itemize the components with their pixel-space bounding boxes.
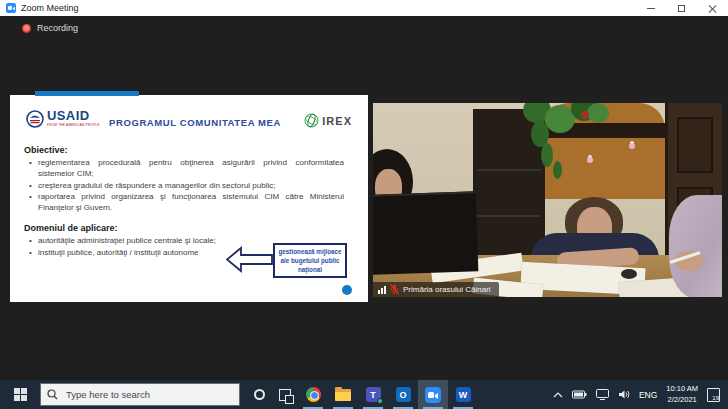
- file-explorer-icon: [335, 389, 351, 401]
- objectives-item: creşterea gradului de răspundere a manag…: [38, 181, 344, 192]
- mic-muted-icon: [390, 284, 399, 295]
- system-tray: ENG 10:10 AM 2/2/2021 19: [553, 380, 728, 409]
- language-indicator[interactable]: ENG: [639, 390, 657, 400]
- search-input[interactable]: [64, 388, 224, 401]
- shared-screen-top-strip: [35, 91, 139, 96]
- recording-dot-icon: [22, 24, 31, 33]
- display-icon[interactable]: [596, 389, 609, 400]
- zoom-taskbar-icon: [425, 387, 441, 403]
- taskbar-item-teams[interactable]: T: [358, 380, 388, 409]
- callout-left-arrow-icon: [226, 246, 273, 273]
- participant-name: Primăria orasului Căinari: [403, 285, 491, 294]
- clock[interactable]: 10:10 AM 2/2/2021: [666, 384, 698, 404]
- signal-strength-icon: [378, 286, 386, 294]
- taskbar-item-file-explorer[interactable]: [328, 380, 358, 409]
- zoom-app-icon: [6, 3, 16, 13]
- participant-right-sweater: [669, 195, 722, 297]
- usaid-wordmark: USAID FROM THE AMERICAN PEOPLE: [47, 109, 100, 127]
- teams-status-dot: [377, 398, 383, 404]
- close-button[interactable]: [697, 0, 728, 16]
- task-view-icon: [279, 389, 291, 401]
- irex-logo: IREX: [304, 113, 352, 128]
- minimize-icon: [647, 8, 655, 9]
- outlook-letter: O: [399, 390, 406, 400]
- speaker-icon[interactable]: [618, 389, 630, 400]
- usaid-seal-icon: [26, 110, 44, 128]
- slide-header: USAID FROM THE AMERICAN PEOPLE PROGRAMUL…: [10, 105, 368, 141]
- scope-heading: Domeniul de aplicare:: [24, 223, 344, 233]
- scene-plant: [581, 111, 589, 119]
- recording-indicator[interactable]: Recording: [22, 23, 78, 33]
- close-icon: [709, 4, 717, 12]
- teams-letter: T: [370, 390, 376, 400]
- scene-wall-lamp: [629, 143, 635, 149]
- zoom-meeting-window: Zoom Meeting Recording: [0, 0, 728, 409]
- battery-icon[interactable]: [572, 390, 587, 399]
- recording-label: Recording: [37, 23, 78, 33]
- slide-title: PROGRAMUL COMUNITATEA MEA: [105, 117, 285, 128]
- cortana-button[interactable]: [246, 380, 272, 409]
- taskbar-item-zoom[interactable]: [418, 380, 448, 409]
- objectives-list: reglementarea procedurală pentru obţiner…: [24, 158, 344, 214]
- usaid-tagline: FROM THE AMERICAN PEOPLE: [47, 123, 100, 127]
- slide-corner-badge-icon: [342, 285, 352, 295]
- usaid-word: USAID: [47, 109, 100, 122]
- tray-expand-chevron-icon[interactable]: [553, 392, 563, 398]
- search-icon: [47, 389, 58, 400]
- participant-name-label: Primăria orasului Căinari: [373, 282, 499, 297]
- word-letter: W: [459, 390, 468, 400]
- maximize-button[interactable]: [666, 0, 697, 16]
- irex-word: IREX: [322, 115, 352, 127]
- maximize-icon: [678, 5, 685, 12]
- window-title: Zoom Meeting: [21, 3, 635, 13]
- usaid-logo: USAID FROM THE AMERICAN PEOPLE: [26, 109, 100, 128]
- start-button[interactable]: [0, 380, 40, 409]
- windows-logo-icon: [14, 388, 27, 401]
- cortana-icon: [254, 389, 265, 400]
- scene-plant: [587, 103, 609, 123]
- participant-video-tile: Primăria orasului Căinari: [373, 103, 722, 297]
- scene-wall-lamp: [587, 157, 593, 163]
- window-title-bar: Zoom Meeting: [0, 0, 728, 16]
- objectives-item: raportarea privind organizarea şi funcţi…: [38, 192, 344, 214]
- teams-icon: T: [366, 387, 381, 402]
- scene-plant: [553, 161, 562, 179]
- minimize-button[interactable]: [635, 0, 666, 16]
- scene-mouse: [621, 269, 637, 279]
- taskbar-item-word[interactable]: W: [448, 380, 478, 409]
- objectives-item: reglementarea procedurală pentru obţiner…: [38, 158, 344, 180]
- scene-plant: [541, 143, 553, 167]
- taskbar-item-outlook[interactable]: O: [388, 380, 418, 409]
- notification-count: 19: [711, 395, 719, 401]
- taskbar-item-chrome[interactable]: [298, 380, 328, 409]
- callout-text: gestionează mijloace ale bugetului publi…: [278, 247, 342, 274]
- clock-date: 2/2/2021: [666, 395, 698, 405]
- meeting-stage: Recording USAID FROM THE AMERICAN PEOPLE: [0, 16, 728, 380]
- shared-slide: USAID FROM THE AMERICAN PEOPLE PROGRAMUL…: [10, 95, 368, 302]
- outlook-icon: O: [396, 387, 411, 402]
- callout-box: gestionează mijloace ale bugetului publi…: [273, 243, 347, 278]
- chrome-icon: [306, 387, 321, 402]
- scene-laptop: [373, 191, 478, 275]
- windows-taskbar: T O W: [0, 380, 728, 409]
- taskbar-search[interactable]: [40, 383, 240, 406]
- word-icon: W: [456, 387, 471, 402]
- notification-badge-icon[interactable]: 19: [707, 388, 720, 402]
- clock-time: 10:10 AM: [666, 384, 698, 394]
- task-view-button[interactable]: [272, 380, 298, 409]
- objectives-heading: Obiective:: [24, 145, 344, 155]
- irex-globe-icon: [304, 113, 319, 128]
